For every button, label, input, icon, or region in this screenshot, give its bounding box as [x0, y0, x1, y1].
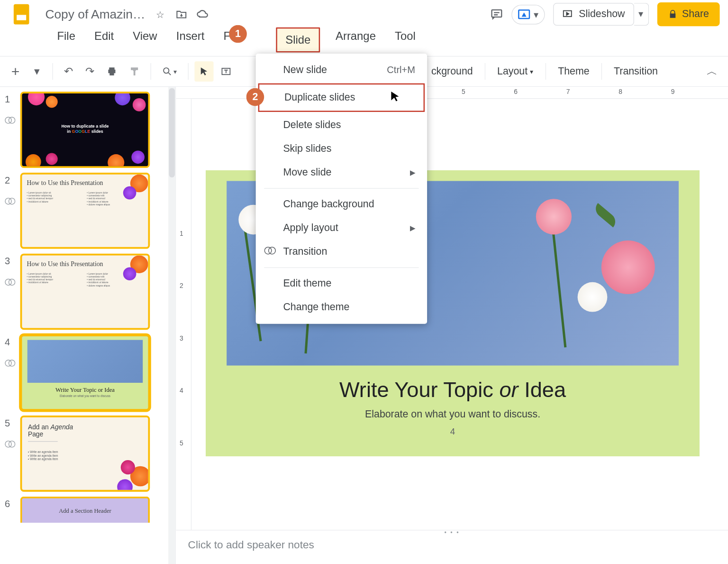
menu-tools[interactable]: Tool — [391, 28, 419, 53]
new-slide-button[interactable]: + — [6, 61, 25, 82]
vertical-ruler: 1 2 3 4 5 — [176, 99, 191, 564]
print-button[interactable] — [102, 61, 122, 82]
annotation-badge-1: 1 — [229, 25, 247, 43]
svg-point-10 — [5, 360, 11, 366]
menu-change-theme[interactable]: Change theme — [256, 295, 427, 319]
transition-icon — [5, 198, 16, 205]
menu-view[interactable]: View — [129, 28, 161, 53]
slide-thumbnail-4[interactable]: Write Your Topic or Idea Elaborate on wh… — [20, 334, 150, 411]
svg-point-4 — [5, 117, 11, 123]
menu-edit[interactable]: Edit — [91, 28, 118, 53]
menu-delete-slides[interactable]: Delete slides — [256, 113, 427, 137]
menu-change-background[interactable]: Change background — [256, 192, 427, 216]
document-title[interactable]: Copy of Amazin… — [45, 7, 145, 21]
menu-arrange[interactable]: Arrange — [332, 28, 380, 53]
svg-point-15 — [269, 247, 276, 254]
share-button[interactable]: Share — [657, 2, 719, 26]
svg-point-7 — [9, 198, 15, 204]
menu-insert[interactable]: Insert — [173, 28, 208, 53]
slide-thumbnail-6[interactable]: Add a Section Header — [20, 497, 150, 523]
slideshow-dropdown[interactable]: ▾ — [634, 3, 648, 26]
menu-file[interactable]: File — [54, 28, 79, 53]
toolbar-collapse-button[interactable]: ︿ — [702, 61, 722, 82]
menu-transition[interactable]: Transition — [256, 240, 427, 264]
svg-point-12 — [5, 441, 11, 447]
comments-icon[interactable] — [490, 8, 503, 21]
menu-slide[interactable]: Slide — [276, 28, 320, 53]
slide-thumbnail-3[interactable]: How to Use this Presentation • Lorem ips… — [20, 254, 150, 330]
undo-button[interactable]: ↶ — [59, 61, 78, 82]
slide-title[interactable]: Write Your Topic or Idea — [206, 378, 700, 403]
svg-point-8 — [5, 279, 11, 285]
slide-number: 5 — [5, 416, 20, 429]
svg-point-14 — [264, 247, 272, 254]
textbox-tool[interactable] — [216, 61, 237, 82]
slide-subtitle[interactable]: Elaborate on what you want to discuss. — [206, 408, 700, 420]
svg-rect-0 — [492, 10, 502, 17]
present-button[interactable]: ▾ — [511, 4, 545, 24]
slide-thumbnail-panel: 1 How to duplicate a slidein GOOGLE — [0, 87, 176, 564]
thumbnail-scrollbar[interactable] — [168, 87, 175, 564]
svg-point-13 — [9, 441, 15, 447]
paint-format-button[interactable] — [124, 61, 145, 82]
transition-button[interactable]: Transition — [608, 65, 664, 77]
slideshow-button[interactable]: Slideshow — [553, 3, 634, 26]
redo-button[interactable]: ↷ — [80, 61, 99, 82]
slide-thumbnail-5[interactable]: Add an AgendaPage • Write an agenda item… — [20, 416, 150, 492]
menu-skip-slides[interactable]: Skip slides — [256, 137, 427, 161]
share-label: Share — [682, 9, 709, 20]
move-folder-icon[interactable] — [175, 8, 188, 21]
background-button[interactable]: ckground — [425, 65, 479, 77]
lock-icon — [668, 9, 677, 19]
present-icon — [518, 9, 530, 19]
slide-page-number: 4 — [206, 426, 700, 436]
slide-number: 3 — [5, 254, 20, 267]
layout-button[interactable]: Layout▾ — [491, 65, 540, 77]
speaker-notes[interactable]: • • • Click to add speaker notes — [176, 530, 728, 564]
svg-point-5 — [9, 117, 15, 123]
new-slide-dropdown[interactable]: ▾ — [27, 61, 46, 82]
annotation-badge-2: 2 — [246, 88, 264, 106]
drag-handle-icon[interactable]: • • • — [444, 529, 460, 536]
cursor-icon — [389, 91, 402, 107]
transition-icon — [5, 360, 16, 367]
svg-point-11 — [9, 360, 15, 366]
select-tool[interactable] — [194, 61, 213, 82]
slideshow-label: Slideshow — [579, 9, 625, 20]
theme-button[interactable]: Theme — [552, 65, 596, 77]
slide-number: 2 — [5, 173, 20, 186]
transition-icon — [5, 278, 16, 286]
transition-icon — [264, 246, 276, 258]
transition-icon — [5, 117, 16, 124]
star-icon[interactable]: ☆ — [154, 8, 167, 21]
slide-thumbnail-1[interactable]: How to duplicate a slidein GOOGLE slides — [20, 92, 150, 168]
slide-number: 4 — [5, 334, 20, 348]
menu-move-slide[interactable]: Move slide▶ — [256, 161, 427, 185]
slide-number: 6 — [5, 497, 20, 510]
menu-new-slide[interactable]: New slideCtrl+M — [256, 58, 427, 82]
svg-point-9 — [9, 279, 15, 285]
cloud-status-icon[interactable] — [196, 8, 209, 21]
transition-icon — [5, 441, 16, 448]
svg-point-6 — [5, 198, 11, 204]
menu-edit-theme[interactable]: Edit theme — [256, 271, 427, 295]
app-logo[interactable] — [9, 2, 35, 26]
slide-thumbnail-2[interactable]: How to Use this Presentation • Lorem ips… — [20, 173, 150, 249]
slide-number: 1 — [5, 92, 20, 105]
svg-point-2 — [164, 68, 169, 73]
zoom-button[interactable]: ▾ — [157, 61, 182, 82]
menu-apply-layout[interactable]: Apply layout▶ — [256, 216, 427, 240]
